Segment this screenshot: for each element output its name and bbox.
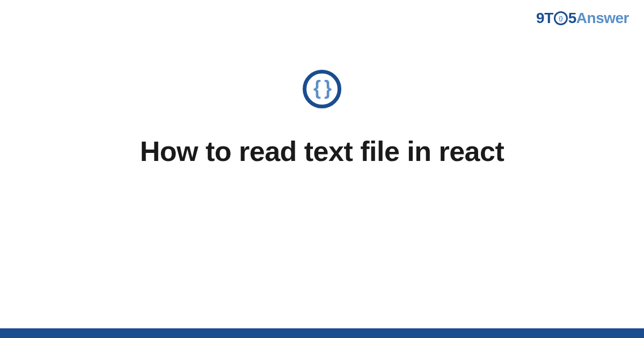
brand-circle-icon: {} (554, 11, 568, 25)
brand-9t: 9T (536, 10, 553, 27)
brand-answer: Answer (576, 10, 629, 27)
page-title: How to read text file in react (0, 135, 644, 167)
category-icon: { } (303, 70, 341, 108)
braces-icon: { } (313, 78, 331, 98)
brand-5: 5 (568, 10, 576, 27)
footer-bar (0, 328, 644, 338)
brand-logo: 9T {} 5 Answer (536, 10, 629, 27)
brand-circle-braces: {} (559, 16, 563, 21)
